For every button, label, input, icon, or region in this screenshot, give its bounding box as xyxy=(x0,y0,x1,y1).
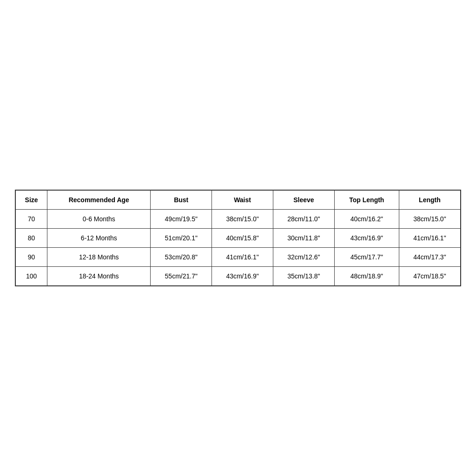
col-header-sleeve: Sleeve xyxy=(273,190,334,210)
cell-top-length: 48cm/18.9" xyxy=(334,267,399,286)
cell-sleeve: 35cm/13.8" xyxy=(273,267,334,286)
col-header-top-length: Top Length xyxy=(334,190,399,210)
cell-top-length: 45cm/17.7" xyxy=(334,248,399,267)
cell-top-length: 40cm/16.2" xyxy=(334,210,399,229)
cell-sleeve: 32cm/12.6" xyxy=(273,248,334,267)
col-header-length: Length xyxy=(399,190,461,210)
size-chart-table: Size Recommended Age Bust Waist Sleeve T… xyxy=(15,190,461,286)
cell-bust: 51cm/20.1" xyxy=(151,229,212,248)
cell-bust: 53cm/20.8" xyxy=(151,248,212,267)
table-row: 9012-18 Months53cm/20.8"41cm/16.1"32cm/1… xyxy=(15,248,461,267)
cell-size: 70 xyxy=(15,210,47,229)
cell-bust: 55cm/21.7" xyxy=(151,267,212,286)
cell-size: 100 xyxy=(15,267,47,286)
table-row: 806-12 Months51cm/20.1"40cm/15.8"30cm/11… xyxy=(15,229,461,248)
cell-size: 90 xyxy=(15,248,47,267)
cell-waist: 41cm/16.1" xyxy=(212,248,273,267)
cell-age: 0-6 Months xyxy=(47,210,151,229)
cell-length: 38cm/15.0" xyxy=(399,210,461,229)
cell-top-length: 43cm/16.9" xyxy=(334,229,399,248)
cell-waist: 43cm/16.9" xyxy=(212,267,273,286)
col-header-waist: Waist xyxy=(212,190,273,210)
cell-length: 44cm/17.3" xyxy=(399,248,461,267)
col-header-bust: Bust xyxy=(151,190,212,210)
size-chart-container: Size Recommended Age Bust Waist Sleeve T… xyxy=(15,190,461,286)
cell-sleeve: 28cm/11.0" xyxy=(273,210,334,229)
cell-length: 41cm/16.1" xyxy=(399,229,461,248)
col-header-age: Recommended Age xyxy=(47,190,151,210)
cell-sleeve: 30cm/11.8" xyxy=(273,229,334,248)
cell-waist: 38cm/15.0" xyxy=(212,210,273,229)
table-header-row: Size Recommended Age Bust Waist Sleeve T… xyxy=(15,190,461,210)
table-row: 700-6 Months49cm/19.5"38cm/15.0"28cm/11.… xyxy=(15,210,461,229)
col-header-size: Size xyxy=(15,190,47,210)
cell-age: 18-24 Months xyxy=(47,267,151,286)
cell-age: 12-18 Months xyxy=(47,248,151,267)
table-row: 10018-24 Months55cm/21.7"43cm/16.9"35cm/… xyxy=(15,267,461,286)
cell-length: 47cm/18.5" xyxy=(399,267,461,286)
cell-size: 80 xyxy=(15,229,47,248)
cell-waist: 40cm/15.8" xyxy=(212,229,273,248)
cell-age: 6-12 Months xyxy=(47,229,151,248)
cell-bust: 49cm/19.5" xyxy=(151,210,212,229)
